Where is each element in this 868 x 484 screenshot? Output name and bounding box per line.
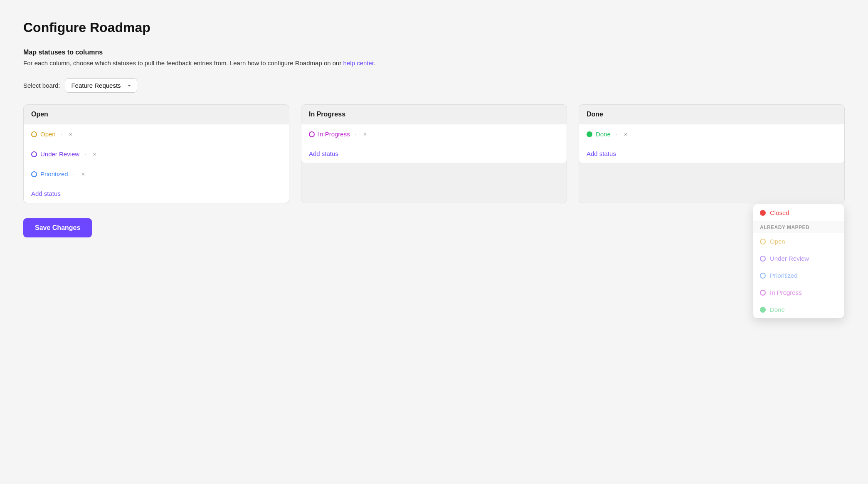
under-review-dot-icon [31, 151, 37, 157]
column-open: Open Open · × Under Review · × Prioritiz… [23, 104, 289, 203]
dropdown-item-open-mapped: Open [753, 233, 844, 250]
dropdown-label-done: Done [770, 306, 785, 313]
column-done-header: Done [579, 105, 844, 124]
dropdown-label-closed: Closed [770, 209, 789, 216]
already-mapped-label: ALREADY MAPPED [753, 221, 844, 233]
done-dot-icon [587, 131, 592, 137]
remove-done-button[interactable]: × [622, 130, 629, 138]
separator: · [61, 131, 62, 138]
dropdown-item-prioritized-mapped: Prioritized [753, 267, 844, 284]
separator: · [73, 171, 75, 178]
dropdown-label-open: Open [770, 238, 785, 245]
board-select-label: Select board: [23, 82, 60, 89]
section-title: Map statuses to columns [23, 49, 845, 56]
add-status-done-button[interactable]: Add status [579, 144, 844, 163]
under-review-mapped-dot-icon [760, 256, 766, 262]
remove-prioritized-button[interactable]: × [80, 170, 87, 178]
status-item-prioritized: Prioritized · × [24, 164, 289, 184]
closed-dot-icon [760, 210, 766, 216]
add-status-open-button[interactable]: Add status [24, 184, 289, 203]
dropdown-label-in-progress: In Progress [770, 289, 802, 296]
separator: · [355, 131, 357, 138]
section-header: Map statuses to columns For each column,… [23, 49, 845, 67]
remove-open-button[interactable]: × [67, 130, 74, 138]
status-item-done: Done · × [579, 124, 844, 144]
separator: · [84, 151, 86, 158]
dropdown-label-prioritized: Prioritized [770, 272, 798, 279]
status-item-open: Open · × [24, 124, 289, 144]
status-label-open: Open [40, 131, 56, 138]
done-mapped-dot-icon [760, 307, 766, 313]
dropdown-item-closed[interactable]: Closed [753, 204, 844, 221]
columns-grid: Open Open · × Under Review · × Prioritiz… [23, 104, 845, 203]
add-status-in-progress-button[interactable]: Add status [301, 144, 567, 163]
status-label-under-review: Under Review [40, 151, 79, 158]
column-in-progress-header: In Progress [301, 105, 567, 124]
column-in-progress: In Progress In Progress · × Add status [301, 104, 567, 203]
status-label-prioritized: Prioritized [40, 170, 68, 178]
remove-in-progress-button[interactable]: × [362, 130, 369, 138]
column-in-progress-body: In Progress · × Add status [301, 124, 567, 163]
status-label-in-progress: In Progress [318, 131, 350, 138]
column-done: Done Done · × Add status Closed ALREADY … [579, 104, 845, 203]
dropdown-item-under-review-mapped: Under Review [753, 250, 844, 267]
status-label-done: Done [596, 131, 611, 138]
help-center-link[interactable]: help center [343, 59, 374, 67]
status-item-in-progress: In Progress · × [301, 124, 567, 144]
open-mapped-dot-icon [760, 239, 766, 244]
section-description: For each column, choose which statuses t… [23, 59, 845, 67]
separator: · [616, 131, 617, 138]
dropdown-item-done-mapped: Done [753, 301, 844, 318]
in-progress-mapped-dot-icon [760, 290, 766, 296]
board-select[interactable]: Feature Requests Bug Reports Product Fee… [65, 78, 137, 93]
column-done-body: Done · × Add status [579, 124, 844, 163]
dropdown-item-in-progress-mapped: In Progress [753, 284, 844, 301]
open-dot-icon [31, 131, 37, 137]
remove-under-review-button[interactable]: × [91, 150, 98, 158]
column-open-header: Open [24, 105, 289, 124]
dropdown-label-under-review: Under Review [770, 255, 809, 262]
status-dropdown: Closed ALREADY MAPPED Open Under Review … [753, 204, 844, 319]
prioritized-mapped-dot-icon [760, 273, 766, 279]
in-progress-dot-icon [309, 131, 315, 137]
prioritized-dot-icon [31, 171, 37, 177]
board-select-row: Select board: Feature Requests Bug Repor… [23, 78, 845, 93]
column-open-body: Open · × Under Review · × Prioritized · … [24, 124, 289, 203]
status-item-under-review: Under Review · × [24, 144, 289, 164]
page-title: Configure Roadmap [23, 20, 845, 35]
save-changes-button[interactable]: Save Changes [23, 218, 92, 237]
